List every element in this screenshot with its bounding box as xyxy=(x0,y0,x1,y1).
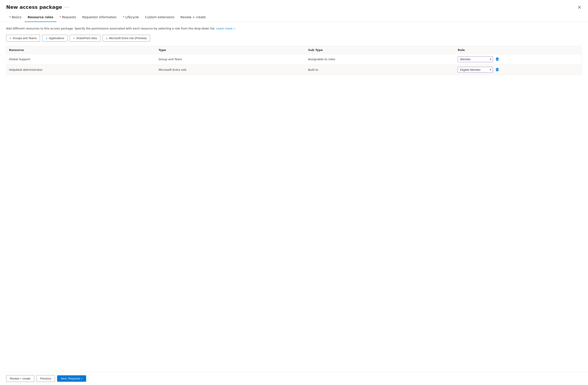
resource-action-buttons: + Groups and Teams + Applications + Shar… xyxy=(6,35,582,42)
add-groups-teams-button[interactable]: + Groups and Teams xyxy=(6,35,40,42)
add-applications-button[interactable]: + Applications xyxy=(42,35,67,42)
cell-type-1: Group and Team xyxy=(156,54,306,64)
cell-resource-1: Global Support xyxy=(6,54,156,64)
tab-requests-label: Requests xyxy=(62,15,76,19)
tab-resource-roles-label: Resource roles xyxy=(28,15,53,19)
role-select-wrapper-2: Eligible Member Active Member ▾ xyxy=(458,67,579,73)
cell-role-2: Eligible Member Active Member ▾ xyxy=(455,64,582,75)
description-text: Add different resources to this access p… xyxy=(6,26,582,31)
column-header-type: Type xyxy=(156,46,306,54)
groups-teams-label: Groups and Teams xyxy=(13,37,37,40)
main-content: Add different resources to this access p… xyxy=(0,22,588,372)
table-row: Global Support Group and Team Assignable… xyxy=(6,54,582,64)
dialog-ellipsis[interactable]: ··· xyxy=(64,5,69,9)
new-access-package-dialog: New access package ··· Basics Resource r… xyxy=(0,0,588,385)
add-sharepoint-sites-button[interactable]: + SharePoint sites xyxy=(70,35,100,42)
tab-requestor-info-label: Requestor information xyxy=(82,15,116,19)
cell-type-2: Microsoft Entra role xyxy=(156,64,306,75)
tab-custom-extensions[interactable]: Custom extensions xyxy=(142,14,178,22)
plus-icon-sharepoint: + xyxy=(73,36,75,40)
dialog-title-row: New access package ··· xyxy=(6,4,69,10)
dialog-header: New access package ··· xyxy=(0,0,588,10)
tabs-bar: Basics Resource roles Requests Requestor… xyxy=(0,10,588,22)
tab-basics-label: Basics xyxy=(12,15,21,19)
delete-row-2-button[interactable] xyxy=(495,67,500,72)
tab-lifecycle-label: Lifecycle xyxy=(125,15,139,19)
tab-review-create-label: Review + create xyxy=(180,15,206,19)
role-select-container-2: Eligible Member Active Member ▾ xyxy=(458,67,493,73)
dialog-title: New access package xyxy=(6,4,62,10)
column-header-role: Role xyxy=(455,46,582,54)
table-header: Resource Type Sub Type Role xyxy=(6,46,582,54)
tab-basics[interactable]: Basics xyxy=(6,14,25,22)
cell-subtype-1: Assignable to roles xyxy=(305,54,455,64)
tab-custom-extensions-label: Custom extensions xyxy=(145,15,174,19)
tab-review-create[interactable]: Review + create xyxy=(177,14,209,22)
plus-icon-entra: + xyxy=(106,36,108,40)
learn-more-link[interactable]: Learn more ↗ xyxy=(216,27,235,30)
table-body: Global Support Group and Team Assignable… xyxy=(6,54,582,75)
tab-requests[interactable]: Requests xyxy=(57,14,79,22)
review-create-button[interactable]: Review + create xyxy=(6,375,34,382)
delete-row-1-button[interactable] xyxy=(495,57,500,62)
add-entra-role-button[interactable]: + Microsoft Entra role (Preview) xyxy=(103,35,150,42)
external-link-icon: ↗ xyxy=(233,27,235,30)
resource-roles-table-container: Resource Type Sub Type Role xyxy=(6,46,582,75)
tab-resource-roles[interactable]: Resource roles xyxy=(25,14,57,22)
entra-role-label: Microsoft Entra role (Preview) xyxy=(109,37,147,40)
table-row: Helpdesk Administrator Microsoft Entra r… xyxy=(6,64,582,75)
trash-icon-1 xyxy=(496,57,499,61)
plus-icon-groups: + xyxy=(9,36,11,40)
tab-requestor-info[interactable]: Requestor information xyxy=(79,14,120,22)
trash-icon-2 xyxy=(496,68,499,71)
column-header-subtype: Sub Type xyxy=(305,46,455,54)
close-icon xyxy=(578,6,581,9)
description-body: Add different resources to this access p… xyxy=(6,27,216,30)
cell-role-1: Member Owner ▾ xyxy=(455,54,582,64)
applications-label: Applications xyxy=(49,37,64,40)
resource-roles-table: Resource Type Sub Type Role xyxy=(6,46,582,75)
cell-subtype-2: Built-In xyxy=(305,64,455,75)
close-button[interactable] xyxy=(577,5,582,10)
next-requests-button[interactable]: Next: Requests > xyxy=(57,375,86,382)
previous-button[interactable]: Previous xyxy=(37,375,55,382)
role-select-2[interactable]: Eligible Member Active Member xyxy=(458,67,493,73)
dialog-footer: Review + create Previous Next: Requests … xyxy=(0,372,588,385)
role-select-1[interactable]: Member Owner xyxy=(458,56,493,62)
sharepoint-sites-label: SharePoint sites xyxy=(76,37,97,40)
column-header-resource: Resource xyxy=(6,46,156,54)
tab-lifecycle[interactable]: Lifecycle xyxy=(120,14,142,22)
role-select-container-1: Member Owner ▾ xyxy=(458,56,493,62)
plus-icon-applications: + xyxy=(45,36,47,40)
role-select-wrapper-1: Member Owner ▾ xyxy=(458,56,579,62)
cell-resource-2: Helpdesk Administrator xyxy=(6,64,156,75)
